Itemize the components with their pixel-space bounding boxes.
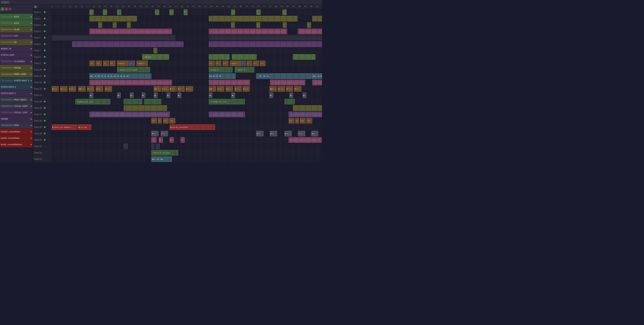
pattern-3-5[interactable]: ♪	[256, 22, 260, 28]
track-item-vocal-loop[interactable]: VOCAL LOOP ▶	[0, 109, 33, 116]
pattern-13-4[interactable]: ▶▶ ..L	[78, 86, 86, 92]
pattern-14-8[interactable]: ▶	[209, 92, 212, 98]
pattern-1-7[interactable]: ♪	[231, 9, 235, 15]
pattern-13-17[interactable]: ▶ V..L	[243, 86, 250, 92]
close-button[interactable]: ✕	[5, 7, 8, 11]
timeline-marks[interactable]: 5791113151719212325272931333537394143454…	[52, 4, 322, 9]
track-row-18[interactable]: ⊡P.. ⊡... ⊡P.. ⊡P.. ⊡P.. ⊡... ⊡P.. ⊡P..	[52, 118, 322, 124]
pattern-15-1[interactable]: ♪ H-Delay..US – Mix	[75, 99, 110, 104]
pattern-11-3[interactable]: .. ..P▶ ..P▶ ..P▶ ..	[256, 73, 318, 79]
track-row-21[interactable]: ▶ ▶ ▶	[52, 137, 322, 143]
menu-button[interactable]: ≡	[1, 1, 4, 4]
tracks-pattern-area[interactable]: ♪ ♪ ♪ ♪ ♪ ♪ ♪ ♪ ♪	[52, 9, 322, 162]
pattern-20-5[interactable]: ▶ V..	[284, 131, 292, 136]
track-row-16[interactable]	[52, 105, 322, 111]
pattern-9-8[interactable]: ⊡P..	[209, 60, 214, 66]
track-row-13[interactable]: ▶ V..L ▶ V..L ▶ V..L ▶▶ ..L ▶ V..L ▶ V..…	[52, 86, 322, 92]
track-item-fx-bongo[interactable]: FX BONGO ▶	[0, 58, 33, 65]
track-row-3[interactable]: ♪ ♪ ♪ ♪ ♪ ♪ ♪ ♪	[52, 22, 322, 28]
pattern-4-1[interactable]	[90, 29, 172, 34]
pattern-18-2[interactable]: ⊡...	[158, 118, 162, 124]
pattern-10-1[interactable]: ♪ Serum #2 – Fil Cutoff	[117, 67, 150, 72]
track-row-17[interactable]	[52, 111, 322, 118]
pattern-1-4[interactable]: ♪	[155, 9, 159, 15]
pattern-19-1[interactable]: ▶ break_con..lidations	[52, 124, 77, 130]
track-row-19[interactable]: ▶ break_con..lidations ▶ bui..ate ▶ brea…	[52, 124, 322, 130]
track-item-clap[interactable]: CLAP ▶	[0, 26, 33, 33]
pattern-10-3[interactable]: ♪ Serum #6	[235, 67, 254, 72]
track-item-vocal[interactable]: VOCAL ▶	[0, 65, 33, 71]
pattern-2-2[interactable]	[209, 16, 256, 21]
pattern-13-16[interactable]: ▶ V..L	[234, 86, 242, 92]
pattern-18-4[interactable]: ⊡P..	[170, 118, 175, 124]
pattern-3-1[interactable]: ♪	[98, 22, 102, 28]
track-row-24[interactable]: ▶▶ .. ▶▶ .. ▶▶	[52, 156, 322, 162]
pattern-19-3[interactable]: ▶ break2_consolidate	[170, 124, 215, 130]
pattern-3-3[interactable]: ♪	[127, 22, 131, 28]
pattern-18-7[interactable]: ⊡P..	[300, 118, 306, 124]
pattern-20-1[interactable]: ▶ V..	[151, 131, 158, 136]
track-row-12[interactable]	[52, 79, 322, 86]
track-item-kick1[interactable]: KICK ▶	[0, 13, 33, 20]
track-item-22[interactable]	[0, 148, 33, 154]
track-item-perc-rides[interactable]: PERC RIDES ▶	[0, 97, 33, 103]
pattern-14-5[interactable]: ▶	[154, 92, 158, 98]
pattern-15-4[interactable]	[155, 99, 161, 104]
pattern-1-9[interactable]: ♪	[282, 9, 286, 15]
timeline-collapse-btn[interactable]: ◀	[34, 5, 37, 8]
pattern-9-4[interactable]: ⊡P..	[110, 60, 116, 66]
track-item-23[interactable]	[0, 154, 33, 160]
track-item-synth-shot3[interactable]: SYNTH SHOT 3 ▶	[0, 90, 33, 97]
pattern-21-1[interactable]	[151, 137, 156, 143]
pattern-9-10[interactable]: ⊡P..	[223, 60, 228, 66]
pattern-11-2[interactable]: ▶▶ ..▶ .P▶ .P▶	[209, 73, 236, 79]
pattern-18-3[interactable]: ⊡P..	[163, 118, 169, 124]
track-item-synth-shot2[interactable]: SYNTH SHOT 2 ▶	[0, 84, 33, 90]
pattern-18-1[interactable]: ⊡P..	[151, 118, 157, 124]
pattern-8-4[interactable]	[293, 54, 316, 60]
track-row-6[interactable]	[52, 41, 322, 47]
pattern-4-3[interactable]	[298, 29, 322, 34]
pattern-1-8[interactable]: ♪	[256, 9, 260, 15]
pattern-22-2[interactable]	[151, 144, 154, 149]
pattern-19-2[interactable]: ▶ bui..ate	[78, 124, 91, 130]
pattern-13-19[interactable]: ▶ V..L	[278, 86, 285, 92]
tracks-scroll[interactable]: Track 1 Track 2 Track 3 Track 4	[33, 9, 322, 162]
pattern-3-4[interactable]: ♪	[231, 22, 235, 28]
pattern-3-7[interactable]: ♪	[307, 22, 311, 28]
pattern-8-3[interactable]	[232, 54, 257, 60]
pattern-14-1[interactable]: ▶	[90, 92, 93, 98]
track-item-perc-loop[interactable]: PERC LOOP ▶	[0, 71, 33, 77]
track-row-8[interactable]: ♪ Par..req	[52, 54, 322, 60]
pattern-20-2[interactable]: ▶ V..	[161, 131, 168, 136]
track-row-20[interactable]: ▶ V.. ▶ V.. ▶ V.. ▶ V.. ▶ V.. ▶ V.. ▶ V.…	[52, 130, 322, 137]
pattern-4-2[interactable]	[209, 29, 287, 34]
pattern-14-2[interactable]: ▶	[117, 92, 121, 98]
track-row-11[interactable]: ▶▶ ..P▶ .P▶ .P▶ .. ▶ .P▶ .P▶ .P▶ .. ▶ .P…	[52, 73, 322, 79]
pattern-8-1[interactable]: ♪ Par..req	[142, 54, 169, 60]
track-row-15[interactable]: ♪ H-Delay..US – Mix ♪ H-Delay..US – Mix	[52, 98, 322, 105]
pattern-1-5[interactable]: ♪	[170, 9, 174, 15]
track-item-kick2[interactable]: KICK ▶	[0, 20, 33, 26]
pattern-9-9[interactable]: ⊡P..	[216, 60, 221, 66]
track-row-1[interactable]: ♪ ♪ ♪ ♪ ♪ ♪ ♪ ♪ ♪	[52, 9, 322, 15]
pattern-21-3[interactable]: ▶	[170, 137, 174, 143]
pattern-14-9[interactable]: ▶	[231, 92, 235, 98]
add-track-button[interactable]: +	[1, 7, 4, 11]
pattern-13-6[interactable]: ▶ V..L	[96, 86, 103, 92]
track-row-23[interactable]: ♪ Param. E..nd 1 freq	[52, 150, 322, 156]
pattern-14-7[interactable]: ▶	[178, 92, 181, 98]
pattern-12-4[interactable]	[312, 80, 322, 85]
pattern-15-2[interactable]	[124, 99, 142, 104]
track-row-9[interactable]: ⊡P.. ⊡P.. ⊡... ⊡P.. Pattern 2 —— Pattern…	[52, 60, 322, 66]
track-item-build1[interactable]: build1_consolidate ▶	[0, 135, 33, 141]
pattern-21-2[interactable]: ▶	[159, 137, 163, 143]
pattern-13-8[interactable]: ▶▶ ..L	[154, 86, 161, 92]
pattern-9-1[interactable]: ⊡P..	[90, 60, 95, 66]
track-row-22[interactable]	[52, 143, 322, 150]
pattern-24-1[interactable]: ▶▶ .. ▶▶ .. ▶▶	[151, 156, 172, 162]
pattern-18-5[interactable]: ⊡P..	[288, 118, 294, 124]
pattern-1-1[interactable]: ♪	[90, 9, 94, 15]
pattern-9-14[interactable]: ⊡P..	[253, 60, 259, 66]
pattern-13-12[interactable]: ▶ V..L	[186, 86, 193, 92]
